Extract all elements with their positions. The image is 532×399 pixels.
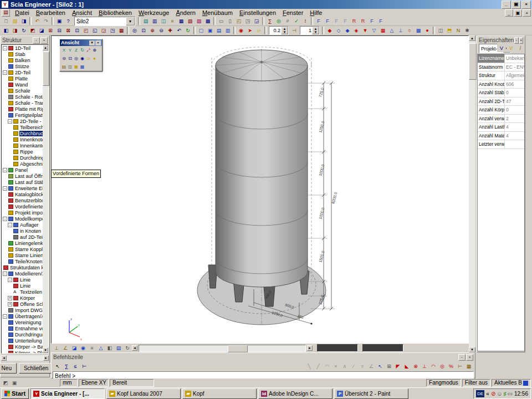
snap-grid-icon[interactable]: ⊞ [385,362,393,370]
regen-icon[interactable]: ↻ [123,344,132,352]
tree-item-vordefinierte-for[interactable]: Vordefinierte For [2,203,48,209]
help-icon[interactable]: ? [64,17,73,25]
calculation-icon[interactable]: ∑ [265,17,274,25]
property-row-anzahl-korper[interactable]: Anzahl Körper:0 [478,106,524,115]
close-icon[interactable]: × [40,37,48,44]
engineering-report-icon[interactable]: ! [301,17,310,25]
snap-length-icon[interactable]: ⊢ [456,362,464,370]
collapse-icon[interactable]: - [8,278,12,282]
snap-orthogonal-icon[interactable]: ⊥ [420,362,429,370]
tree-item-textzeilen[interactable]: ATextzeilen [2,289,48,295]
zoom-factor-spinner[interactable]: 0.2 ▲▼ [269,26,289,35]
pin-icon[interactable]: ▫ [458,354,466,361]
tree-item-import-dwg-dxf[interactable]: Import DWG, DXF [2,307,48,313]
redraw-icon[interactable]: ↻ [183,27,192,35]
previous-view-icon[interactable]: ↶ [175,27,183,35]
extend-icon[interactable]: ⊠ [64,27,73,35]
rotate-view-z-icon[interactable]: Z [73,47,79,54]
zoom-check-icon[interactable]: ◎ [274,17,283,25]
clipping-icon[interactable]: ◪ [70,344,79,352]
view-point-icon[interactable]: ◉ [79,344,88,352]
tree-item-last-auf-offnungs[interactable]: Last auf Öffnungs [2,173,48,179]
zoom-all-icon[interactable]: ◎ [73,55,79,62]
line-load-icon[interactable]: ▽ [370,27,378,35]
zoom-all-icon[interactable]: ◎ [130,27,139,35]
tree-item-katalogblocke[interactable]: Katalogblöcke [2,191,48,197]
pan-icon[interactable]: ✚ [166,27,175,35]
support-icon[interactable]: ⊥ [396,27,405,35]
snap-tangent-icon[interactable]: ◠ [429,362,438,370]
subsoil-icon[interactable]: ▩ [414,27,423,35]
layers-icon[interactable]: ≡ [168,17,177,25]
tray-chevron-icon[interactable]: « [486,391,489,397]
break-icon[interactable]: ⊡ [73,27,81,35]
move-icon[interactable]: ◧ [2,27,11,35]
target-point-icon[interactable]: ◉ [237,27,245,35]
zoom-selection-icon[interactable]: ◉ [79,55,85,62]
view-perspective-icon[interactable]: F [376,17,385,25]
chevron-down-icon[interactable]: ▼ [89,40,95,45]
restore-button[interactable]: ▣ [511,1,521,9]
taskbar-task-kopf[interactable]: ▰Kopf [182,388,257,399]
filter-field[interactable]: Filter aus [462,379,490,387]
tree-item-starre-linienkopp[interactable]: Starre Linienkopp [2,252,48,258]
collapse-icon[interactable]: - [3,217,7,221]
tree-item-korper-platte-v[interactable]: Körper -> Platte/V [2,350,48,354]
property-row-anzahl-2d-tei[interactable]: Anzahl 2D-Tei...47 [478,98,524,106]
snap-edge-icon[interactable]: ∕ [349,362,358,370]
table-composer-icon[interactable]: ▩ [203,17,212,25]
snap-mode-field[interactable]: Fangmodus [426,379,461,387]
tree-item-balken[interactable]: Balken [2,57,48,63]
snap-vertex-icon[interactable]: ∧ [340,362,349,370]
snap-intersection-icon[interactable]: ⊗ [411,362,420,370]
network-icon[interactable]: ♯ [504,390,507,397]
tree-item-ubertragen-aufteilen[interactable]: -Übertragen/Aufteilen [2,313,48,319]
ucs-icon[interactable]: ⊥ [52,344,61,352]
tree-item-durchdringung-vo[interactable]: Durchdringung vo [2,331,48,337]
tree-item-strukturdaten-kontroll[interactable]: Strukturdaten kontroll [2,264,48,270]
menu-werkzeuge[interactable]: Werkzeuge [135,9,172,17]
tree-item-wand[interactable]: Wand [2,81,48,88]
new-file-icon[interactable]: □ [2,17,11,25]
pointer-icon[interactable]: ↖ [53,362,62,370]
collapse-icon[interactable]: - [8,223,12,227]
project-combo[interactable]: Silo2 ▼ [74,17,135,26]
library-icon[interactable]: ▥ [150,17,159,25]
property-row-anzahl-knoten[interactable]: Anzahl Knoten:606 [478,80,524,89]
ansicht-title[interactable]: Ansicht ▼ × [60,39,102,46]
collapse-icon[interactable]: - [3,272,7,276]
property-row-anzahl-stabe[interactable]: Anzahl Stäbe:0 [478,89,524,98]
fly-mode-icon[interactable]: ➤ [245,27,254,35]
expand-icon[interactable]: + [8,296,12,300]
schliessen-button[interactable]: Schließen [19,363,53,374]
axis-lock-icon[interactable]: ⊢ [80,362,89,370]
redo-icon[interactable]: ↷ [42,17,50,25]
settings-icon[interactable]: ✱ [463,27,472,35]
collapse-icon[interactable]: - [3,186,7,191]
collapse-icon[interactable]: - [3,168,7,172]
property-row-letzter-verwen[interactable]: Letzter verwen... [478,140,524,149]
print-icon[interactable]: ▭ [217,17,226,25]
shading-icon[interactable]: ◧ [105,344,114,352]
menu-hilfe[interactable]: Hilfe [306,9,325,17]
fillet-icon[interactable]: ◱ [90,27,99,35]
tree-item-benutzerblocke[interactable]: Benutzerblöcke [2,197,48,203]
project-settings-icon[interactable]: ▤ [141,17,150,25]
tree-item-offene-schale[interactable]: +Offene Schale [2,301,48,307]
view-direction-icon[interactable]: ⤢ [85,47,91,54]
named-view-icon[interactable]: ▣ [73,63,79,70]
close-icon[interactable]: × [519,37,523,44]
language-indicator[interactable]: DE [476,390,484,397]
property-row-struktur[interactable]: StrukturAllgemein X... [478,71,524,80]
menu-einstellungen[interactable]: Einstellungen [236,9,279,17]
pin-icon[interactable]: ▫ [514,37,518,44]
cursor-snap-icon[interactable]: ↖ [376,362,385,370]
tree-item-schale[interactable]: Schale [2,88,48,94]
tree-item-durchdringung[interactable]: Durchdringung [2,155,48,161]
tree-item-platte[interactable]: Platte [2,75,48,81]
pin-icon[interactable]: ▫ [33,37,40,44]
save-icon[interactable]: ◨ [19,17,28,25]
viewport-vscrollbar[interactable]: ▲ ▼ [469,35,475,352]
zoom-in-icon[interactable]: ⊕ [148,27,157,35]
zoom-in-icon[interactable]: ⊕ [91,47,98,54]
